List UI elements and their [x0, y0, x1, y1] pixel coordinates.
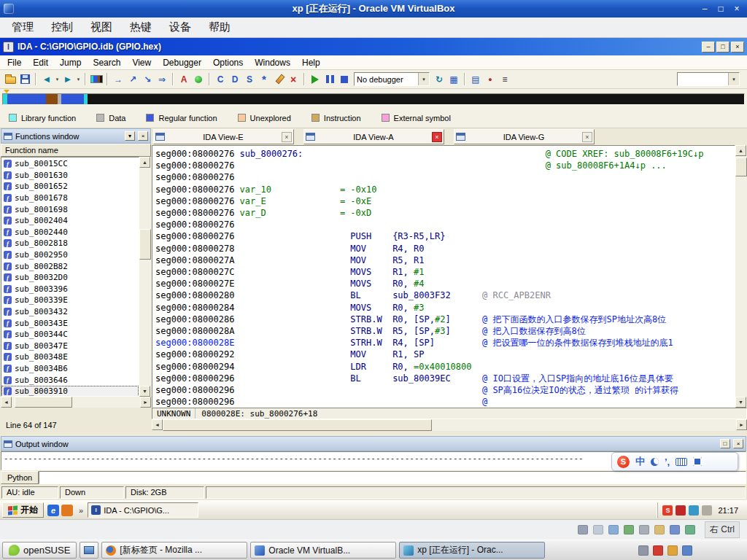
keyboard-layout-icon[interactable]	[638, 545, 649, 556]
function-list-item[interactable]: fsub_8002818	[1, 238, 139, 249]
ida-close-button[interactable]: ×	[731, 42, 744, 52]
colors-icon[interactable]	[191, 72, 206, 87]
undefine-icon[interactable]: ×	[286, 72, 301, 87]
disasm-line[interactable]: seg000:08000276 sub_8000276: @ CODE XREF…	[155, 148, 735, 160]
menu-hotkeys[interactable]: 热键	[121, 18, 160, 36]
tab-ida-view-e[interactable]: IDA View-E×	[153, 129, 294, 144]
search-box[interactable]: ▼	[677, 72, 740, 86]
navigator-icon[interactable]	[89, 72, 104, 87]
toolbox-icon[interactable]	[693, 457, 702, 466]
mouse-integration-icon[interactable]	[685, 525, 695, 534]
scroll-up-button[interactable]: ▲	[735, 145, 746, 156]
scroll-track[interactable]	[735, 156, 747, 397]
ida-minimize-button[interactable]: –	[702, 42, 715, 52]
function-list-item[interactable]: fsub_8002440	[1, 227, 139, 238]
script-icon[interactable]: ≡	[498, 72, 512, 87]
function-list-item[interactable]: fsub_800343E	[1, 317, 139, 329]
function-list-item[interactable]: fsub_8003910	[1, 386, 139, 397]
debugger-select[interactable]: No debugger▼	[354, 72, 430, 86]
save-file-icon[interactable]	[18, 72, 32, 87]
menu-windows[interactable]: Windows	[249, 56, 296, 69]
menu-jump[interactable]: Jump	[54, 56, 87, 69]
navigation-band[interactable]	[0, 89, 747, 108]
make-code-icon[interactable]: C	[213, 72, 228, 87]
python-cli-selector[interactable]: Python	[1, 471, 39, 484]
menu-help[interactable]: Help	[296, 56, 326, 69]
function-list-item[interactable]: fsub_8003396	[1, 284, 139, 295]
quick-launch-overflow-icon[interactable]: »	[77, 506, 85, 515]
function-list-item[interactable]: fsub_8002950	[1, 249, 139, 261]
punctuation-toggle[interactable]: ’,	[665, 456, 670, 467]
jump-name-icon[interactable]: ↗	[125, 72, 140, 87]
output-close-icon[interactable]: ×	[733, 439, 743, 448]
disasm-line[interactable]: seg000:08000276 var_10 = -0x10	[155, 184, 735, 195]
maximize-button[interactable]: □	[713, 2, 728, 15]
ida-restore-button[interactable]: □	[716, 42, 729, 52]
dropdown-arrow-icon[interactable]: ▼	[728, 73, 739, 85]
jump-address-icon[interactable]: →	[111, 72, 125, 87]
menu-machine[interactable]: 管理	[3, 18, 42, 36]
menu-view[interactable]: View	[126, 56, 157, 69]
scroll-thumb[interactable]	[735, 158, 747, 176]
usb-icon[interactable]	[639, 525, 649, 534]
taskbar-task-ida[interactable]: I IDA - C:\GPIO\G...	[88, 502, 198, 518]
fullwidth-halfwidth-toggle[interactable]	[651, 458, 659, 466]
function-list-item[interactable]: fsub_8003646	[1, 374, 139, 386]
function-list-item[interactable]: fsub_8002B82	[1, 260, 139, 272]
disasm-line[interactable]: seg000:08000278 MOV R4, R0	[155, 243, 735, 254]
tab-close-icon[interactable]: ×	[582, 132, 592, 142]
shared-folders-icon[interactable]	[654, 525, 665, 534]
disasm-line[interactable]: seg000:08000276 @ sub_80008F6+1A4↓p ...	[155, 160, 735, 171]
navigation-band-track[interactable]	[2, 93, 745, 105]
application-launcher-button[interactable]: openSUSE	[2, 542, 77, 559]
disasm-line[interactable]: seg000:08000280 BL sub_8003F32 @ RCC_APB…	[155, 289, 735, 301]
ime-mode-tray-icon[interactable]	[676, 505, 686, 516]
tab-close-icon[interactable]: ×	[282, 132, 292, 142]
disasm-line[interactable]: seg000:08000292 MOV R1, SP	[155, 349, 735, 360]
update-notifier-icon[interactable]	[653, 545, 663, 556]
menu-devices[interactable]: 设备	[160, 18, 200, 36]
scroll-thumb[interactable]	[163, 419, 432, 431]
disasm-line[interactable]: seg000:08000276	[155, 171, 735, 183]
display-icon[interactable]	[670, 525, 680, 534]
edit-comment-icon[interactable]	[271, 72, 286, 87]
disasm-line[interactable]: seg000:0800027C MOVS R1, #1	[155, 266, 735, 278]
function-list-item[interactable]: fsub_8001630	[1, 170, 139, 182]
function-list-item[interactable]: fsub_8003432	[1, 306, 139, 318]
safety-tray-icon[interactable]	[689, 505, 699, 516]
functions-hscrollbar[interactable]: ◄ ►	[1, 397, 151, 408]
scroll-left-button[interactable]: ◄	[152, 419, 163, 430]
file-manager-button[interactable]	[80, 542, 98, 559]
scroll-thumb[interactable]	[15, 397, 72, 408]
soft-keyboard-icon[interactable]	[676, 458, 687, 466]
ie-quicklaunch-icon[interactable]: e	[47, 505, 59, 516]
function-list-item[interactable]: fsub_80015CC	[1, 158, 139, 170]
sogou-input-tray-icon[interactable]: S	[662, 505, 673, 516]
function-list-item[interactable]: fsub_8002404	[1, 215, 139, 227]
disasm-hscrollbar[interactable]: ◄ ►	[152, 419, 747, 431]
disasm-line[interactable]: seg000:08000276 var_E = -0xE	[155, 195, 735, 207]
open-file-icon[interactable]	[3, 72, 18, 87]
function-list-item[interactable]: fsub_800344C	[1, 329, 139, 341]
menu-help[interactable]: 帮助	[200, 18, 239, 36]
output-window-header[interactable]: Output window □ ×	[1, 436, 746, 451]
network-manager-icon[interactable]	[682, 545, 692, 556]
function-list-item[interactable]: fsub_8001678	[1, 192, 139, 204]
breakpoints-icon[interactable]: ●	[483, 72, 498, 87]
disasm-vscrollbar[interactable]: ▲ ▼	[735, 145, 747, 408]
disasm-line[interactable]: seg000:08000276 PUSH {R3-R5,LR}	[155, 230, 735, 242]
calculator-icon[interactable]: ▤	[468, 72, 483, 87]
scroll-right-button[interactable]: ►	[736, 419, 747, 430]
function-list-item[interactable]: fsub_800347E	[1, 341, 139, 352]
disasm-line[interactable]: seg000:08000276 var_D = -0xD	[155, 207, 735, 219]
disasm-line[interactable]: seg000:08000296 @	[155, 396, 735, 408]
functions-window-header[interactable]: Functions window ▾ ×	[1, 128, 151, 144]
make-data-icon[interactable]: D	[228, 72, 242, 87]
menu-options[interactable]: Options	[207, 56, 249, 69]
function-list-item[interactable]: fsub_8001698	[1, 203, 139, 215]
scroll-thumb[interactable]	[139, 229, 151, 260]
network-icon[interactable]	[624, 525, 634, 534]
scroll-up-button[interactable]: ▲	[139, 157, 150, 168]
taskbar-task[interactable]: [新标签页 - Mozilla ...	[101, 542, 247, 559]
scroll-right-button[interactable]: ►	[140, 397, 151, 408]
